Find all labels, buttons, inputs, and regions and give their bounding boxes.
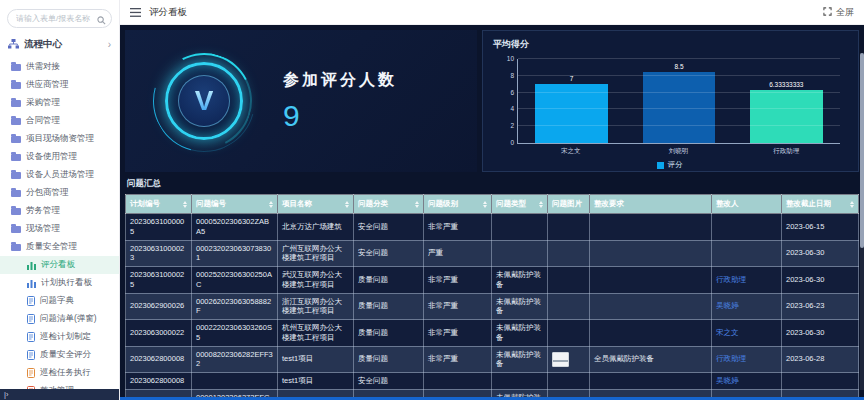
sidebar-item-0[interactable]: 供需对接 bbox=[0, 58, 119, 76]
cell-issue_no: 00025202306300250AC bbox=[192, 267, 278, 294]
search-icon[interactable] bbox=[97, 11, 106, 29]
cell-level: 严重 bbox=[424, 240, 492, 267]
cell-level bbox=[424, 373, 492, 390]
cell-project: test1项目 bbox=[278, 346, 354, 373]
y-tick-label: 4 bbox=[510, 105, 514, 112]
y-tick-label: 6 bbox=[510, 89, 514, 96]
sidebar-subitem-10-5[interactable]: 质量安全评分 bbox=[0, 346, 119, 364]
chart-icon bbox=[27, 261, 36, 270]
chart-legend[interactable]: 评分 bbox=[493, 160, 846, 170]
cell-requirement bbox=[590, 320, 712, 347]
col-header-issue_no[interactable]: 问题编号 bbox=[192, 195, 278, 214]
sidebar-item-6[interactable]: 设备人员进场管理 bbox=[0, 166, 119, 184]
participants-label: 参加评分人数 bbox=[283, 70, 397, 91]
cell-image bbox=[548, 214, 590, 241]
cell-plan_no: 20230631000005 bbox=[126, 214, 192, 241]
y-tick-label: 0 bbox=[510, 139, 514, 146]
sidebar-subitem-10-0[interactable]: 评分看板 bbox=[0, 256, 119, 274]
col-header-deadline[interactable]: 整改截止日期 bbox=[782, 195, 859, 214]
sidebar-subitem-10-2[interactable]: 问题字典 bbox=[0, 292, 119, 310]
hamburger-icon[interactable] bbox=[130, 3, 141, 21]
sidebar-item-10[interactable]: 质量安全管理 bbox=[0, 238, 119, 256]
cell-type: 未佩戴防护装备 bbox=[492, 293, 548, 320]
sidebar-item-5[interactable]: 设备使用管理 bbox=[0, 148, 119, 166]
cell-requirement bbox=[590, 293, 712, 320]
cell-deadline: 2023-06-30 bbox=[782, 320, 859, 347]
vertical-scrollbar-thumb[interactable] bbox=[860, 53, 864, 248]
bar-1[interactable] bbox=[643, 72, 716, 143]
cell-deadline: 2023-06-30 bbox=[782, 240, 859, 267]
sidebar-subitem-10-4[interactable]: 巡检计划制定 bbox=[0, 328, 119, 346]
sidebar-subitem-10-3[interactable]: 问题清单(弹窗) bbox=[0, 310, 119, 328]
col-header-plan_no[interactable]: 计划编号 bbox=[126, 195, 192, 214]
sidebar-item-7[interactable]: 分包商管理 bbox=[0, 184, 119, 202]
bar-value-label: 8.5 bbox=[625, 63, 732, 70]
person-link[interactable]: 吴晓婷 bbox=[716, 301, 739, 310]
vertical-scrollbar[interactable] bbox=[860, 53, 864, 390]
sidebar-item-4[interactable]: 项目现场物资管理 bbox=[0, 130, 119, 148]
cell-type: 未佩戴防护装备 bbox=[492, 320, 548, 347]
sidebar-item-9[interactable]: 现场管理 bbox=[0, 220, 119, 238]
person-link[interactable]: 行政助理 bbox=[716, 354, 746, 363]
table-row-0: 2023063100000500005202306302ZABA5北京万达广场建… bbox=[126, 214, 859, 241]
cell-type bbox=[492, 373, 548, 390]
cell-issue_no: 00008202306282EFF32 bbox=[192, 346, 278, 373]
issue-image-thumbnail[interactable] bbox=[552, 352, 569, 367]
sort-icon[interactable] bbox=[483, 201, 487, 208]
sidebar-collapse-toggle[interactable]: |› bbox=[0, 389, 119, 400]
col-header-project[interactable]: 项目名称 bbox=[278, 195, 354, 214]
cell-image bbox=[548, 240, 590, 267]
top-panels: V 参加评分人数 9 平均得分 78.56.33333333 0246810 宋… bbox=[125, 30, 859, 172]
y-tick-label: 2 bbox=[510, 122, 514, 129]
sidebar-subitem-10-1[interactable]: 计划执行看板 bbox=[0, 274, 119, 292]
y-tick-label: 8 bbox=[510, 72, 514, 79]
sort-icon[interactable] bbox=[269, 201, 273, 208]
cell-category: 质量问题 bbox=[354, 320, 424, 347]
person-link[interactable]: 行政助理 bbox=[716, 275, 746, 284]
col-header-type[interactable]: 问题类型 bbox=[492, 195, 548, 214]
sidebar-item-1[interactable]: 供应商管理 bbox=[0, 76, 119, 94]
sidebar-item-2[interactable]: 采购管理 bbox=[0, 94, 119, 112]
page-title: 评分看板 bbox=[149, 6, 187, 19]
sidebar-menu: 供需对接供应商管理采购管理合同管理项目现场物资管理设备使用管理设备人员进场管理分… bbox=[0, 57, 119, 389]
person-link[interactable]: 吴晓婷 bbox=[716, 376, 739, 385]
sidebar-subitem-10-6[interactable]: 巡检任务执行 bbox=[0, 364, 119, 382]
sidebar-item-8[interactable]: 劳务管理 bbox=[0, 202, 119, 220]
col-header-category[interactable]: 问题分类 bbox=[354, 195, 424, 214]
cell-issue_no: 00005202306302ZABA5 bbox=[192, 214, 278, 241]
sort-icon[interactable] bbox=[850, 201, 854, 208]
folder-icon bbox=[11, 172, 21, 179]
cell-level: 非常严重 bbox=[424, 293, 492, 320]
cell-requirement bbox=[590, 214, 712, 241]
fullscreen-button[interactable]: 全屏 bbox=[823, 6, 854, 19]
sort-icon[interactable] bbox=[183, 201, 187, 208]
sort-icon[interactable] bbox=[345, 201, 349, 208]
cell-type bbox=[492, 240, 548, 267]
bar-0[interactable] bbox=[535, 84, 608, 143]
bar-2[interactable] bbox=[750, 90, 823, 143]
badge-letter: V bbox=[195, 87, 214, 115]
sidebar-item-3[interactable]: 合同管理 bbox=[0, 112, 119, 130]
sort-icon[interactable] bbox=[415, 201, 419, 208]
cell-project: 北京万达广场建筑 bbox=[278, 214, 354, 241]
person-link[interactable]: 宋之文 bbox=[716, 328, 739, 337]
dashboard: V 参加评分人数 9 平均得分 78.56.33333333 0246810 宋… bbox=[120, 25, 864, 400]
cell-deadline: 2023-06-15 bbox=[782, 214, 859, 241]
cell-plan_no: 2023063000022 bbox=[126, 320, 192, 347]
sort-icon[interactable] bbox=[539, 201, 543, 208]
sidebar-subitem-10-7[interactable]: 整改管理 bbox=[0, 382, 119, 389]
fullscreen-label: 全屏 bbox=[836, 6, 854, 19]
bar-slot: 7 bbox=[518, 59, 625, 143]
cell-project: 武汉互联网办公大楼建筑工程项目 bbox=[278, 267, 354, 294]
cell-type: 未佩戴防护装备 bbox=[492, 267, 548, 294]
col-header-level[interactable]: 问题级别 bbox=[424, 195, 492, 214]
sidebar-item-process-center[interactable]: 流程中心 › bbox=[0, 31, 119, 57]
score-badge-icon: V bbox=[153, 50, 255, 152]
cell-image bbox=[548, 267, 590, 294]
sitemap-icon bbox=[8, 39, 19, 51]
cell-deadline bbox=[782, 373, 859, 390]
cell-image bbox=[548, 293, 590, 320]
table-row-6: 2023062800008test1项目安全问题吴晓婷 bbox=[126, 373, 859, 390]
cell-type bbox=[492, 214, 548, 241]
participants-count: 9 bbox=[283, 99, 397, 133]
